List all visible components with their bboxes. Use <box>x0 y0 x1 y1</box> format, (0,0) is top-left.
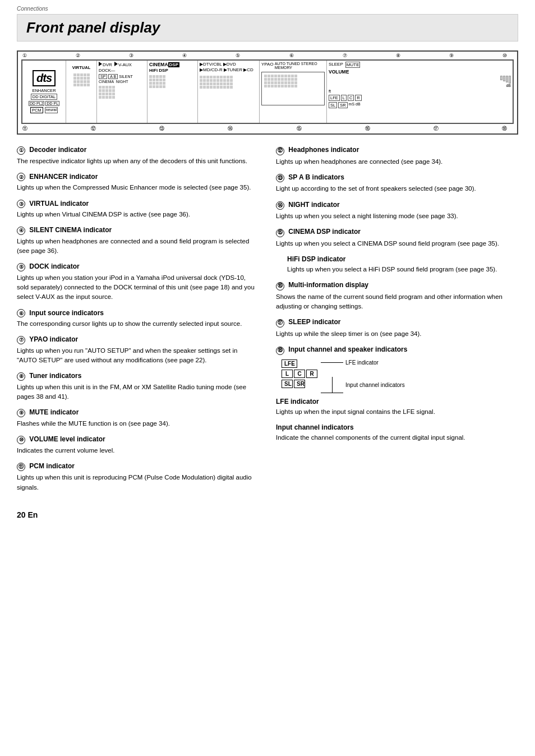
sleep-mute-row: SLEEP MUTE <box>329 62 511 68</box>
circle-2: ② <box>17 173 25 181</box>
dtv-label: ▶DTV/CBL <box>200 62 222 67</box>
tuner-label: ▶TUNER <box>224 67 243 72</box>
dd-pl2-box: DD PL2 <box>29 101 45 106</box>
panel-diagram: ① ② ③ ④ ⑤ ⑥ ⑦ ⑧ ⑨ ⑩ dts ENHANCER DD DIGI… <box>17 50 518 135</box>
indicator-tuner-text: Lights up when this unit is in the FM, A… <box>17 382 259 402</box>
bottom-numbers: ⑪ ⑫ ⑬ ⑭ ⑮ ⑯ ⑰ ⑱ <box>18 125 511 133</box>
dd-pl-box: DD PL <box>45 101 59 106</box>
indicator-dock-title: ⑤ DOCK indicator <box>17 262 259 271</box>
page-title: Front panel display <box>26 19 509 36</box>
indicator-silent-cinema: ④ SILENT CINEMA indicator Lights up when… <box>17 226 259 256</box>
l-indicator-box: L <box>282 370 293 378</box>
sr-indicator-box: SR <box>294 380 305 388</box>
indicator-input-source-title: ⑥ Input source indicators <box>17 309 259 318</box>
channel-labels: LFE indicator Input channel indicators <box>321 359 405 393</box>
indicator-cinema-dsp-title: ⑮ CINEMA DSP indicator <box>276 228 518 237</box>
indicator-sp-ab-title: ⑬ SP A B indicators <box>276 173 518 183</box>
num-9: ⑨ <box>449 53 454 58</box>
circle-8: ⑧ <box>17 372 25 381</box>
num-5: ⑤ <box>236 53 240 58</box>
lcr-row: L C R <box>282 370 317 378</box>
lfe-indicator-label: LFE indicator <box>345 359 379 366</box>
vaux-label: V-AUX <box>114 62 132 67</box>
num-4: ④ <box>182 53 187 58</box>
channel-box-group: LFE L C R SL SR <box>282 359 317 388</box>
indicator-hifi-dsp: HiFi DSP indicator Lights up when you se… <box>287 255 518 274</box>
ms-db-label: mS dB <box>349 102 361 108</box>
indicator-multiinfo: ⑯ Multi-information display Shows the na… <box>276 281 518 311</box>
lfe-sub-section: LFE indicator Lights up when the input s… <box>276 398 518 417</box>
indicator-headphones-text: Lights up when headphones are connected … <box>276 157 518 167</box>
bracket-container <box>321 377 343 393</box>
dvr-grid <box>99 86 115 99</box>
num-6: ⑥ <box>289 53 294 58</box>
num-11: ⑪ <box>22 125 27 132</box>
cd-label: ▶CD <box>243 67 253 72</box>
indicator-night: ⑭ NIGHT indicator Lights up when you sel… <box>276 201 518 222</box>
indicator-input-source-text: The corresponding cursor lights up to sh… <box>17 319 259 329</box>
cinema-grid <box>149 75 165 88</box>
circle-14: ⑭ <box>276 201 284 210</box>
indicator-sleep-text: Lights up while the sleep timer is on (s… <box>276 329 518 339</box>
circle-4: ④ <box>17 227 25 235</box>
indicator-enhancer: ② ENHANCER indicator Lights up when the … <box>17 173 259 193</box>
indicator-decoder-text: The respective indicator lights up when … <box>17 156 259 166</box>
indicator-night-title: ⑭ NIGHT indicator <box>276 201 518 210</box>
page-container: Connections Front panel display ① ② ③ ④ … <box>0 0 535 536</box>
r-indicator-box: R <box>306 370 317 378</box>
virtual-grid <box>73 73 90 86</box>
num-13: ⑬ <box>159 125 164 132</box>
c-box: C <box>348 95 354 101</box>
dd-digital-box: DD DIGITAL <box>31 94 58 100</box>
indicator-dock: ⑤ DOCK indicator Lights up when you stat… <box>17 262 259 302</box>
circle-3: ③ <box>17 200 25 208</box>
circle-7: ⑦ <box>17 336 25 344</box>
num-1: ① <box>22 53 27 58</box>
indicator-decoder: ① Decoder indicator The respective indic… <box>17 146 259 166</box>
dvr-label: DVR <box>99 62 112 67</box>
num-18: ⑱ <box>502 125 507 132</box>
num-15: ⑮ <box>297 125 302 132</box>
sl-indicator-box: SL <box>282 380 293 388</box>
circle-6: ⑥ <box>17 309 25 317</box>
indicator-decoder-title: ① Decoder indicator <box>17 146 259 155</box>
pcm-neural-row: PCM neural <box>30 107 58 113</box>
ypao-label: YPAO <box>261 62 274 70</box>
num-16: ⑯ <box>365 125 370 132</box>
channel-diagram: LFE L C R SL SR <box>282 359 518 393</box>
lfe-sub-text: Lights up when the input signal contains… <box>276 407 518 417</box>
sleep-label: SLEEP <box>329 62 343 68</box>
indicator-virtual-title: ③ VIRTUAL indicator <box>17 200 259 209</box>
indicator-hifi-dsp-text: Lights up when you select a HiFi DSP sou… <box>287 265 518 274</box>
indicator-mute-title: ⑨ MUTE indicator <box>17 408 259 417</box>
num-8: ⑧ <box>396 53 400 58</box>
dvd-label: ▶DVD <box>223 62 236 67</box>
indicator-pcm-title: ⑪ PCM indicator <box>17 462 259 472</box>
dvr-col: DVR V-AUX DOCK— SP A B SILENT CINEMA NIG… <box>97 61 147 123</box>
indicator-multiinfo-title: ⑯ Multi-information display <box>276 281 518 291</box>
cinema-night-row: CINEMA NIGHT <box>99 80 128 84</box>
l-box: L <box>341 95 347 101</box>
ft-label: ft <box>329 89 511 94</box>
sp-box: SP <box>99 74 107 79</box>
pcm-box: PCM <box>30 107 43 113</box>
indicator-pcm-text: Lights up when this unit is reproducing … <box>17 473 259 492</box>
indicator-sleep: ⑰ SLEEP indicator Lights up while the sl… <box>276 318 518 339</box>
num-2: ② <box>76 53 80 58</box>
indicator-tuner: ⑧ Tuner indicators Lights up when this u… <box>17 372 259 402</box>
lfe-line <box>321 362 343 363</box>
indicator-tuner-title: ⑧ Tuner indicators <box>17 372 259 381</box>
volume-label: VOLUME <box>329 69 511 75</box>
enhancer-label: ENHANCER <box>32 88 56 93</box>
indicator-hifi-dsp-title: HiFi DSP indicator <box>287 255 518 263</box>
db-label: dB <box>506 84 511 87</box>
circle-18: ⑱ <box>276 347 284 355</box>
circle-1: ① <box>17 146 25 155</box>
bracket-horizontal <box>321 393 343 393</box>
channel-boxes: LFE L C R <box>329 95 511 101</box>
indicator-enhancer-text: Lights up when the Compressed Music Enha… <box>17 183 259 192</box>
indicator-cinema-dsp: ⑮ CINEMA DSP indicator Lights up when yo… <box>276 228 518 248</box>
indicator-volume-title: ⑩ VOLUME level indicator <box>17 435 259 444</box>
input-channel-sub-section: Input channel indicators Indicate the ch… <box>276 423 518 442</box>
indicator-ypao-title: ⑦ YPAO indicator <box>17 335 259 344</box>
